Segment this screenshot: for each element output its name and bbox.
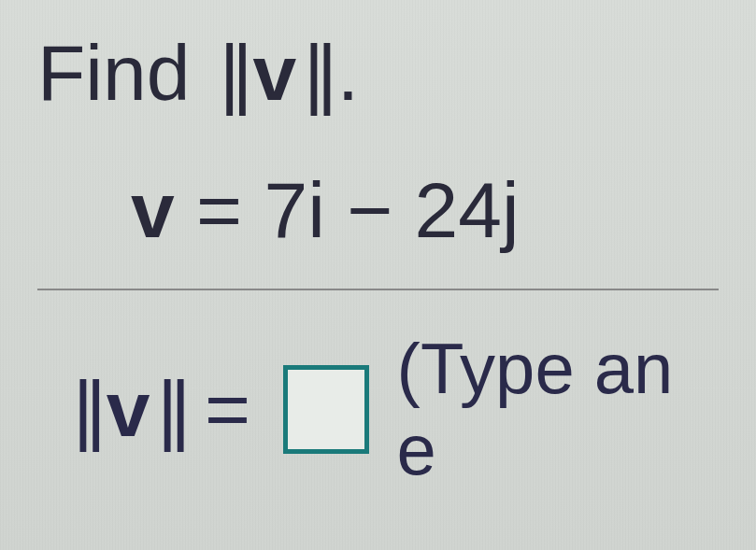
answer-equals: = xyxy=(205,364,250,455)
vector-rhs: 7i − 24j xyxy=(264,166,519,254)
vector-v-symbol: v xyxy=(252,29,296,117)
norm-close-bars: || xyxy=(304,29,330,117)
prompt-prefix: Find xyxy=(37,29,212,117)
answer-norm-open: || xyxy=(73,365,99,453)
problem-content: Find ||v||. v = 7i − 24j ||v|| = (Type a… xyxy=(0,0,756,518)
equals-sign: = xyxy=(196,166,242,254)
answer-norm-close: || xyxy=(157,365,183,453)
norm-open-bars: || xyxy=(220,29,246,117)
vector-lhs: v xyxy=(131,166,175,254)
problem-prompt: Find ||v||. xyxy=(37,28,719,119)
prompt-suffix: . xyxy=(337,29,359,117)
section-divider xyxy=(37,289,719,290)
vector-definition: v = 7i − 24j xyxy=(37,165,719,256)
answer-hint-text: (Type an e xyxy=(397,328,719,490)
answer-norm-expression: ||v|| xyxy=(65,364,191,455)
answer-vector-v: v xyxy=(107,365,150,453)
answer-line: ||v|| = (Type an e xyxy=(37,328,719,490)
answer-input-box[interactable] xyxy=(283,365,369,454)
